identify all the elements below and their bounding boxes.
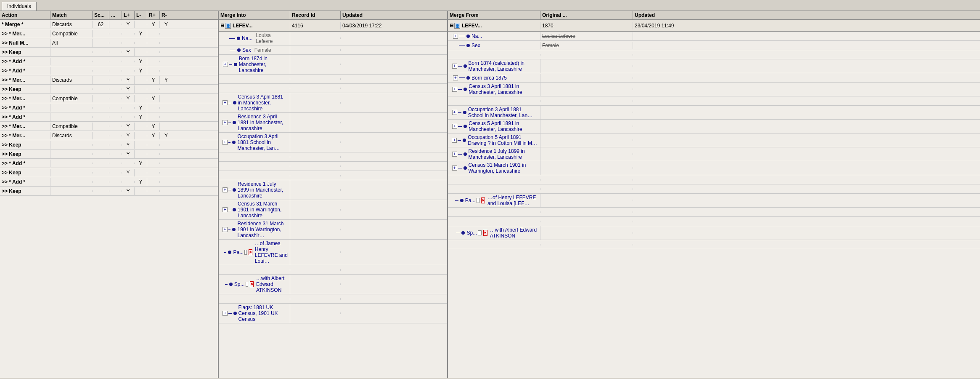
right-data-row[interactable] (448, 175, 980, 184)
left-rp-cell (147, 163, 160, 164)
left-panel-row[interactable]: >> * Add * Y (0, 112, 218, 122)
right-data-row[interactable]: + Na... Louisa Lefevre (448, 32, 980, 41)
right-data-row[interactable]: Sp... ⚑ …with Albert Edward ATKINSON (448, 226, 980, 240)
left-lp-cell (122, 42, 135, 44)
right-data-row[interactable] (448, 50, 980, 59)
left-panel-row[interactable]: >> * Mer... Compatible Y (0, 29, 218, 38)
expand-button[interactable]: + (452, 124, 457, 129)
right-data-row[interactable]: + Born circa 1875 (448, 73, 980, 83)
collapse-btn-right[interactable]: ⊟ (450, 23, 453, 28)
middle-data-row[interactable]: Sp... ⚑ …with Albert Edward ATKINSON (219, 275, 447, 294)
left-panel-row[interactable]: >> Keep Y (0, 85, 218, 94)
left-panel-row[interactable]: >> Null M... All (0, 38, 218, 48)
expand-button[interactable]: + (452, 110, 457, 115)
middle-event-cell: + Residence 3 April 1881 in Manchester, … (219, 113, 290, 132)
middle-data-row[interactable] (219, 294, 447, 304)
left-dots-cell (109, 172, 122, 173)
expand-button[interactable]: + (452, 138, 457, 143)
middle-top-row[interactable]: ⊟ 👤 LEFEV... 4116 04/03/2019 17:22 (219, 20, 447, 32)
middle-data-row[interactable]: + Flags: 1881 UK Census, 1901 UK Census (219, 304, 447, 323)
expand-button[interactable]: + (452, 152, 457, 157)
left-match-cell (50, 163, 93, 164)
checkbox[interactable] (244, 250, 247, 255)
middle-data-row[interactable]: + Residence 1 July 1899 in Manchester, L… (219, 180, 447, 200)
middle-data-row[interactable] (219, 84, 447, 93)
right-data-row[interactable]: Pa... ⚑ …of Henry LEFEVRE and Louisa [LE… (448, 194, 980, 208)
left-panel-row[interactable]: >> * Mer... Compatible Y Y (0, 94, 218, 103)
expand-button[interactable]: + (453, 34, 458, 39)
right-top-row[interactable]: ⊟ 👤 LEFEV... 1870 23/04/2019 11:49 (448, 20, 980, 32)
expand-button[interactable]: + (222, 187, 228, 192)
left-panel-row[interactable]: >> * Mer... Discards Y Y Y (0, 131, 218, 140)
middle-data-row[interactable]: Sex Female (219, 45, 447, 55)
middle-event-cell: + Residence 1 July 1899 in Manchester, L… (219, 180, 290, 200)
middle-data-row[interactable]: + Occupation 3 April 1881 School in Manc… (219, 133, 447, 152)
col-merge-from-header: Merge From (448, 11, 540, 19)
left-panel-row[interactable]: >> Keep Y (0, 140, 218, 149)
middle-data-row[interactable]: Na... Louisa Lefevre (219, 32, 447, 45)
expand-button[interactable]: + (452, 87, 457, 92)
right-data-row[interactable]: + Census 5 April 1891 in Manchester, Lan… (448, 120, 980, 133)
middle-panel: Merge Into Record Id Updated ⊟ 👤 LEFEV..… (219, 11, 448, 378)
left-action-cell: * Merge * (0, 21, 50, 28)
expand-button[interactable]: + (222, 227, 228, 232)
left-match-cell: Compatible (50, 123, 93, 130)
expand-button[interactable]: + (453, 75, 458, 80)
right-data-row[interactable]: + Residence 1 July 1899 in Manchester, L… (448, 147, 980, 161)
right-data-row[interactable]: + Census 31 March 1901 in Warrington, La… (448, 161, 980, 175)
left-lm-cell (135, 144, 147, 146)
right-data-row[interactable]: + Occupation 5 April 1891 Drawing ? in C… (448, 133, 980, 147)
right-data-row[interactable] (448, 208, 980, 217)
expand-button[interactable]: + (222, 100, 228, 105)
checkbox[interactable] (478, 230, 482, 235)
left-panel-row[interactable]: >> * Add * Y (0, 66, 218, 75)
expand-button[interactable]: + (452, 64, 457, 69)
middle-data-row[interactable]: + Census 31 March 1901 in Warrington, La… (219, 200, 447, 220)
left-sc-cell (93, 135, 109, 136)
middle-data-row[interactable]: + Born 1874 in Manchester, Lancashire (219, 55, 447, 75)
left-panel-row[interactable]: >> Keep Y (0, 149, 218, 159)
left-panel-row[interactable]: >> * Mer... Discards Y Y Y (0, 75, 218, 85)
right-data-row[interactable]: Sex Female (448, 41, 980, 50)
expand-button[interactable]: + (222, 207, 228, 212)
left-panel-row[interactable]: >> Keep Y (0, 48, 218, 57)
expand-button[interactable]: + (452, 165, 457, 171)
left-action-cell: >> * Add * (0, 113, 50, 121)
checkbox[interactable] (246, 282, 248, 287)
middle-data-row[interactable]: + Residence 3 April 1881 in Manchester, … (219, 113, 447, 133)
right-data-row[interactable] (448, 184, 980, 194)
collapse-btn[interactable]: ⊟ (220, 23, 224, 28)
expand-button[interactable]: + (222, 120, 228, 125)
middle-data-row[interactable]: + Residence 31 March 1901 in Warrington,… (219, 220, 447, 240)
left-panel-row[interactable]: >> Keep Y (0, 168, 218, 177)
right-data-row[interactable] (448, 217, 980, 226)
middle-data-row[interactable] (219, 162, 447, 171)
right-data-row[interactable] (448, 240, 980, 249)
individuals-tab[interactable]: Individuals (2, 2, 37, 11)
left-panel-row[interactable]: >> * Add * Y (0, 57, 218, 66)
left-dots-cell (109, 24, 122, 25)
left-panel-row[interactable]: >> * Add * Y (0, 103, 218, 112)
left-dots-cell (109, 163, 122, 164)
right-top-record-id: 1870 (540, 22, 633, 29)
left-panel-row[interactable]: >> * Add * Y (0, 177, 218, 187)
right-data-row[interactable] (448, 96, 980, 106)
left-panel-row[interactable]: * Merge * Discards 62 Y Y Y (0, 20, 218, 29)
left-panel-row[interactable]: >> Keep Y (0, 187, 218, 196)
middle-data-row[interactable]: Pa... ⚑ …of James Henry LEFEVRE and Loui… (219, 240, 447, 265)
middle-data-row[interactable] (219, 171, 447, 180)
left-lp-cell (122, 70, 135, 72)
expand-button[interactable]: + (223, 62, 228, 67)
right-data-row[interactable]: + Occupation 3 April 1881 School in Manc… (448, 106, 980, 120)
expand-button[interactable]: + (222, 311, 228, 316)
middle-data-row[interactable]: + Census 3 April 1881 in Manchester, Lan… (219, 93, 447, 113)
left-panel-row[interactable]: >> * Mer... Compatible Y Y (0, 122, 218, 131)
expand-button[interactable]: + (222, 140, 228, 145)
right-data-row[interactable]: + Born 1874 (calculated) in Manchester, … (448, 59, 980, 73)
middle-data-row[interactable] (219, 265, 447, 275)
middle-data-row[interactable] (219, 75, 447, 84)
left-panel-row[interactable]: >> * Add * Y (0, 159, 218, 168)
middle-data-row[interactable] (219, 152, 447, 162)
checkbox[interactable] (477, 198, 480, 203)
right-data-row[interactable]: + Census 3 April 1881 in Manchester, Lan… (448, 83, 980, 96)
